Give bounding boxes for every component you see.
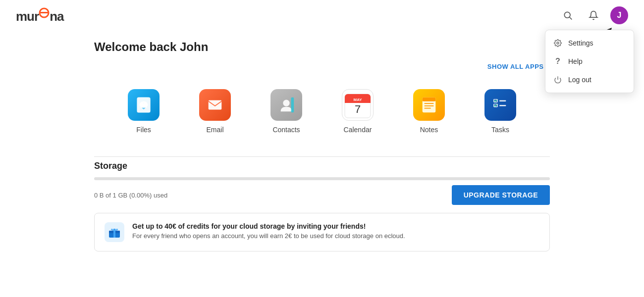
email-app-icon: [199, 89, 231, 121]
storage-section: Storage 0 B of 1 GB (0.00%) used UPGRADE…: [94, 161, 550, 205]
storage-bar-container: [94, 177, 550, 180]
bell-icon: [589, 10, 598, 20]
promo-bold-text: Get up to 40€ of credits for your cloud …: [132, 222, 405, 230]
notes-app-label: Notes: [420, 126, 438, 134]
svg-rect-1: [40, 12, 49, 13]
notes-app-icon: [413, 89, 445, 121]
header-icons: J: [559, 6, 628, 24]
app-item-email[interactable]: Email: [179, 81, 251, 142]
storage-info-row: 0 B of 1 GB (0.00%) used UPGRADE STORAGE: [94, 185, 550, 205]
calendar-app-icon: MAY 7: [342, 89, 374, 121]
promo-sub-text: For every friend who opens an account, y…: [132, 232, 405, 240]
promo-text-container: Get up to 40€ of credits for your cloud …: [132, 222, 405, 240]
calendar-icon-svg: MAY 7: [343, 90, 373, 120]
promo-icon: [105, 222, 124, 242]
storage-used-text: 0 B of 1 GB (0.00%) used: [94, 192, 167, 199]
logout-label: Log out: [568, 76, 591, 84]
notification-button[interactable]: [585, 6, 602, 24]
search-icon: [563, 10, 573, 20]
app-item-notes[interactable]: Notes: [393, 81, 465, 142]
svg-rect-28: [499, 100, 506, 101]
help-menu-item[interactable]: ? Help: [545, 52, 634, 71]
storage-title: Storage: [94, 161, 550, 171]
power-icon: [553, 76, 562, 84]
files-icon-svg: [134, 96, 153, 114]
show-all-apps-button[interactable]: SHOW ALL APPS ▾: [487, 62, 550, 71]
email-app-label: Email: [206, 126, 223, 134]
contacts-app-icon: [270, 89, 302, 121]
app-item-files[interactable]: Files: [108, 81, 179, 142]
show-all-apps-row: SHOW ALL APPS ▾: [94, 62, 550, 71]
show-all-apps-label: SHOW ALL APPS: [487, 63, 544, 70]
tasks-app-label: Tasks: [491, 126, 509, 134]
svg-line-3: [570, 17, 572, 19]
settings-label: Settings: [568, 39, 593, 47]
svg-rect-12: [140, 105, 147, 108]
gear-icon: [553, 39, 562, 47]
svg-rect-24: [425, 105, 434, 106]
contacts-app-label: Contacts: [272, 126, 300, 134]
tasks-app-icon: [484, 89, 516, 121]
settings-menu-item[interactable]: Settings: [545, 34, 634, 52]
email-icon-svg: [206, 96, 224, 114]
promo-card: Get up to 40€ of credits for your cloud …: [94, 213, 550, 251]
svg-rect-15: [291, 98, 294, 112]
svg-rect-23: [425, 103, 434, 104]
question-icon: ?: [553, 57, 562, 66]
app-item-tasks[interactable]: Tasks: [465, 81, 536, 142]
svg-rect-13: [209, 100, 222, 110]
svg-point-2: [564, 12, 570, 18]
app-item-contacts[interactable]: Contacts: [251, 81, 322, 142]
logout-menu-item[interactable]: Log out: [545, 71, 634, 89]
apps-grid: Files Email Contacts: [94, 81, 550, 142]
svg-point-14: [283, 100, 289, 106]
header: mur na J: [0, 0, 644, 30]
gift-icon: [108, 226, 121, 239]
svg-rect-27: [423, 99, 436, 101]
svg-text:MAY: MAY: [353, 98, 362, 102]
svg-point-4: [557, 42, 559, 44]
apps-divider: [94, 156, 550, 157]
tasks-icon-svg: [491, 96, 510, 114]
calendar-app-label: Calendar: [344, 126, 372, 134]
notes-icon-svg: [420, 96, 438, 114]
logo: mur na: [16, 6, 63, 24]
contacts-icon-svg: [277, 96, 296, 114]
svg-rect-29: [499, 105, 506, 106]
svg-rect-25: [425, 108, 431, 109]
upgrade-storage-button[interactable]: UPGRADE STORAGE: [452, 185, 550, 205]
user-avatar-button[interactable]: J: [610, 6, 628, 24]
svg-text:7: 7: [355, 103, 361, 115]
welcome-title: Welcome back John: [94, 40, 550, 54]
search-button[interactable]: [559, 6, 577, 24]
files-app-label: Files: [136, 126, 151, 134]
files-app-icon: [128, 89, 160, 121]
app-item-calendar[interactable]: MAY 7 Calendar: [322, 81, 393, 142]
user-dropdown-menu: Settings ? Help Log out: [545, 30, 634, 93]
help-label: Help: [568, 57, 583, 65]
